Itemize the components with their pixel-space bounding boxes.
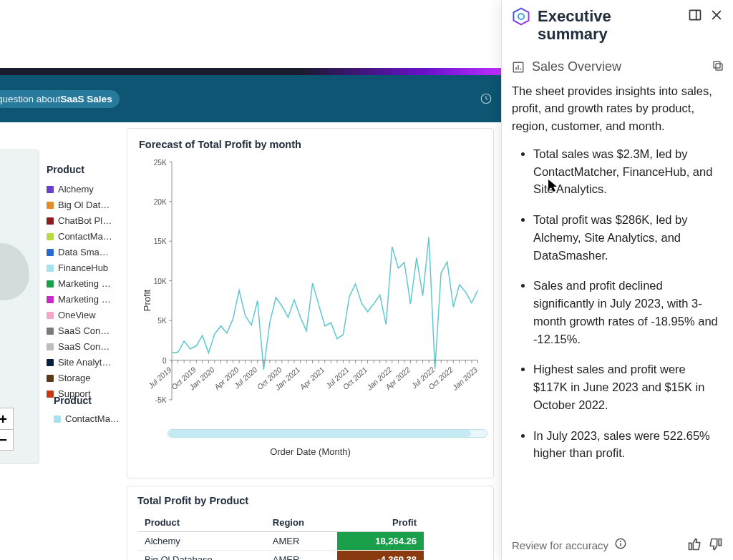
mouse-cursor xyxy=(548,179,559,193)
summary-intro: The sheet provides insights into sales, … xyxy=(512,82,723,135)
y-axis-label: Profit xyxy=(142,290,152,311)
x-axis-label: Order Date (Month) xyxy=(139,446,482,457)
svg-rect-85 xyxy=(690,10,701,19)
zoom-out-button[interactable]: − xyxy=(0,429,14,451)
table-header[interactable]: Region xyxy=(266,514,337,532)
ask-topic: SaaS Sales xyxy=(61,94,112,104)
legend-item[interactable]: SaaS Conn… xyxy=(47,325,112,336)
cell-profit: -4,369.38 xyxy=(337,551,424,561)
q-logo-icon xyxy=(512,7,530,26)
panel-title: Executive summary xyxy=(538,7,680,44)
summary-bullet: Highest sales and profit were $117K in J… xyxy=(533,360,723,413)
svg-text:5K: 5K xyxy=(157,316,167,325)
legend-swatch xyxy=(54,416,61,423)
summary-bullet: In July 2023, sales were 522.65% higher … xyxy=(533,427,723,463)
thumbs-up-icon[interactable] xyxy=(687,537,703,553)
table-row[interactable]: AlchemyAMER18,264.26 xyxy=(137,532,424,551)
legend-label: SaaS Conn… xyxy=(58,325,112,336)
legend-item[interactable]: Site Analytics xyxy=(47,357,112,368)
table-row[interactable]: Big Ol DatabaseAMER-4,369.38 xyxy=(137,551,424,561)
info-icon[interactable] xyxy=(614,537,630,553)
panel-layout-icon[interactable] xyxy=(687,7,703,23)
history-icon[interactable] xyxy=(480,92,492,105)
table-header[interactable]: Profit xyxy=(337,514,424,532)
map-card[interactable]: + − xyxy=(0,149,39,464)
legend-swatch xyxy=(47,233,54,240)
svg-text:Apr 2021: Apr 2021 xyxy=(299,365,326,392)
svg-marker-83 xyxy=(513,9,528,25)
summary-bullet: Sales and profit declined significantly … xyxy=(533,277,723,348)
legend2-title: Product xyxy=(54,395,124,406)
svg-text:Jul 2019: Jul 2019 xyxy=(147,365,173,390)
summary-bullet: Total profit was $286K, led by Alchemy, … xyxy=(533,211,723,264)
legend-title: Product xyxy=(47,164,112,175)
svg-text:10K: 10K xyxy=(154,276,168,285)
legend-label: ContactMa… xyxy=(58,231,112,242)
summary-body: The sheet provides insights into sales, … xyxy=(512,82,724,530)
legend-item[interactable]: Alchemy xyxy=(47,184,112,195)
svg-text:20K: 20K xyxy=(154,197,168,206)
legend-label: Alchemy xyxy=(58,184,94,195)
map-landmass xyxy=(0,243,29,300)
legend-swatch xyxy=(47,217,54,225)
profit-table[interactable]: ProductRegionProfit AlchemyAMER18,264.26… xyxy=(137,514,424,560)
legend-item[interactable]: Big Ol Data… xyxy=(47,200,112,210)
bar-chart-icon xyxy=(512,61,525,74)
svg-text:25K: 25K xyxy=(154,157,168,167)
legend-item[interactable]: FinanceHub xyxy=(47,262,112,273)
cell-profit: 18,264.26 xyxy=(337,532,424,551)
legend-label: Storage xyxy=(58,373,91,383)
legend-label: SaaS Conn… xyxy=(58,341,112,352)
legend-item[interactable]: SaaS Conn… xyxy=(47,341,112,352)
svg-point-97 xyxy=(621,541,621,542)
chart-range-scrollbar[interactable] xyxy=(168,429,487,438)
legend-label: Data Smas… xyxy=(58,247,112,257)
svg-point-84 xyxy=(518,14,524,19)
svg-text:0: 0 xyxy=(162,355,167,365)
legend-label: Site Analytics xyxy=(58,357,112,368)
legend-label: ChatBot Pl… xyxy=(58,215,112,226)
legend-swatch xyxy=(47,312,54,319)
legend-item[interactable]: OneView xyxy=(47,310,112,320)
legend-item[interactable]: ContactMa… xyxy=(54,413,124,424)
legend-item[interactable]: Storage xyxy=(47,373,112,383)
zoom-in-button[interactable]: + xyxy=(0,408,14,429)
chart-title: Forecast of Total Profit by month xyxy=(139,139,482,150)
product-legend: Product AlchemyBig Ol Data…ChatBot Pl…Co… xyxy=(39,122,117,560)
close-icon[interactable] xyxy=(709,7,724,23)
legend-item[interactable]: Marketing … xyxy=(47,294,112,305)
legend-swatch xyxy=(47,343,54,350)
forecast-line-chart[interactable]: -5K05K10K15K20K25K Jul 2019Oct 2019Jan 2… xyxy=(139,157,482,443)
table-header[interactable]: Product xyxy=(137,514,266,532)
legend-label: Big Ol Data… xyxy=(58,200,112,210)
legend-swatch xyxy=(47,375,54,382)
legend-swatch xyxy=(47,202,54,209)
cell-region: AMER xyxy=(266,532,337,551)
svg-text:15K: 15K xyxy=(154,237,168,246)
executive-summary-panel: Executive summary Sales Overview The she… xyxy=(501,0,733,560)
legend-swatch xyxy=(47,265,54,272)
legend-item[interactable]: ChatBot Pl… xyxy=(47,215,112,226)
legend-label: FinanceHub xyxy=(58,262,108,273)
summary-bullet: Total sales was $2.3M, led by ContactMat… xyxy=(533,145,723,198)
cell-product: Alchemy xyxy=(137,532,266,551)
legend-label: OneView xyxy=(58,310,96,320)
ask-pill[interactable]: question about SaaS Sales xyxy=(0,90,120,108)
legend-swatch xyxy=(47,328,54,335)
ask-prefix: question about xyxy=(0,94,61,104)
top-gradient-bar xyxy=(0,68,501,75)
legend-label: ContactMa… xyxy=(65,413,120,424)
legend-item[interactable]: Data Smas… xyxy=(47,247,112,257)
table-title: Total Profit by Product xyxy=(137,495,483,506)
legend-label: Marketing … xyxy=(58,278,111,289)
ask-bar: question about SaaS Sales xyxy=(0,75,501,122)
svg-text:-5K: -5K xyxy=(155,396,167,405)
legend-swatch xyxy=(47,359,54,366)
svg-rect-94 xyxy=(714,62,720,68)
legend-item[interactable]: ContactMa… xyxy=(47,231,112,242)
thumbs-down-icon[interactable] xyxy=(709,537,724,553)
cell-region: AMER xyxy=(266,551,337,561)
legend-item[interactable]: Marketing … xyxy=(47,278,112,289)
copy-icon[interactable] xyxy=(712,59,724,75)
legend-swatch xyxy=(47,186,54,193)
